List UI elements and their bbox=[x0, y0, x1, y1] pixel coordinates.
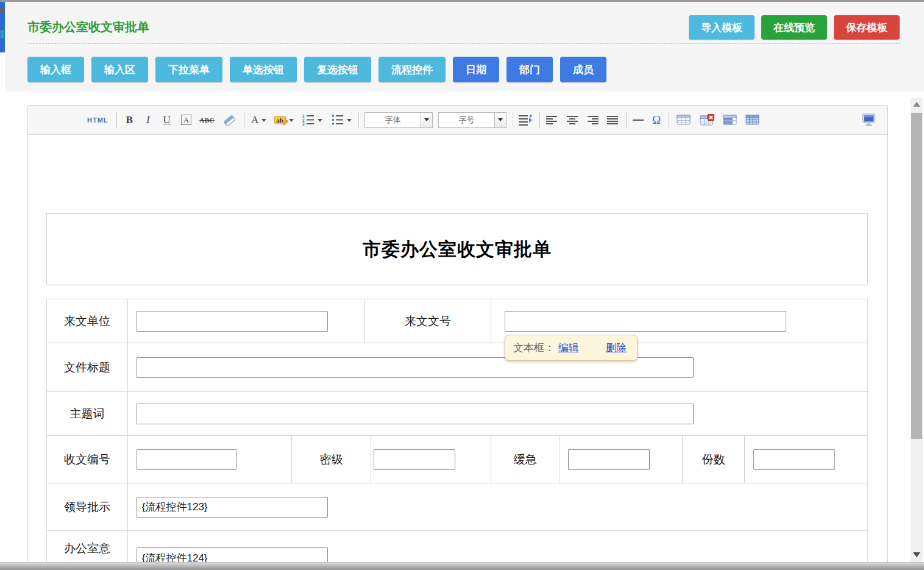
leader-instructions-input[interactable] bbox=[137, 497, 328, 518]
font-color-icon[interactable]: A bbox=[251, 114, 266, 126]
align-right-icon[interactable] bbox=[586, 115, 599, 125]
add-checkbox-button[interactable]: 复选按钮 bbox=[304, 57, 371, 82]
dropdown-caret-icon bbox=[347, 119, 352, 124]
delete-table-icon[interactable] bbox=[700, 114, 714, 126]
dropdown-caret-icon bbox=[318, 119, 322, 124]
table-row: 收文编号 密级 缓急 份数 bbox=[47, 436, 867, 483]
left-edge-mark bbox=[1, 30, 4, 38]
scroll-down-arrow-icon[interactable] bbox=[913, 552, 920, 557]
align-justify-icon[interactable] bbox=[606, 115, 619, 125]
pencil-icon bbox=[282, 119, 289, 126]
urgency-input[interactable] bbox=[568, 449, 650, 470]
highlight-icon[interactable]: ab bbox=[274, 116, 294, 124]
cell-properties-icon[interactable] bbox=[745, 114, 759, 126]
copies-count-input[interactable] bbox=[753, 449, 835, 470]
dropdown-caret-icon bbox=[261, 119, 266, 124]
top-header-band: 市委办公室收文审批单 导入模板 在线预览 保存模板 输入框 输入区 下拉菜单 单… bbox=[5, 2, 924, 91]
dropdown-button[interactable] bbox=[421, 113, 432, 127]
edit-field-link[interactable]: 编辑 bbox=[558, 341, 579, 355]
field-cell bbox=[371, 436, 491, 483]
font-size-select[interactable]: 字号 bbox=[438, 112, 506, 128]
add-input-box-button[interactable]: 输入框 bbox=[27, 57, 84, 82]
add-textarea-button[interactable]: 输入区 bbox=[91, 57, 148, 82]
form-title: 市委办公室收文审批单 bbox=[363, 237, 552, 262]
save-template-button[interactable]: 保存模板 bbox=[834, 15, 900, 40]
incoming-doc-number-input[interactable] bbox=[505, 311, 786, 332]
add-flow-control-button[interactable]: 流程控件 bbox=[378, 57, 446, 82]
add-date-button[interactable]: 日期 bbox=[453, 57, 499, 82]
field-cell bbox=[745, 436, 867, 483]
toolbar-separator bbox=[669, 112, 669, 128]
horizontal-rule-icon[interactable] bbox=[633, 119, 644, 121]
boxed-a-icon[interactable]: A bbox=[181, 115, 191, 125]
italic-icon[interactable]: I bbox=[146, 114, 150, 126]
app-window: 市委办公室收文审批单 导入模板 在线预览 保存模板 输入框 输入区 下拉菜单 单… bbox=[0, 0, 924, 570]
field-label: 密级 bbox=[292, 436, 371, 483]
header-divider bbox=[27, 43, 901, 44]
field-cell bbox=[128, 343, 867, 391]
font-family-select[interactable]: 字体 bbox=[364, 112, 433, 128]
field-cell bbox=[128, 299, 365, 343]
insert-table-icon[interactable] bbox=[677, 114, 691, 126]
field-label: 来文单位 bbox=[47, 299, 128, 343]
editor-toolbar: HTML B I U A ABC A ab bbox=[27, 105, 887, 135]
approval-form-table: 来文单位 来文文号 文件标题 主题词 bbox=[46, 299, 868, 570]
scrollbar-thumb[interactable] bbox=[911, 113, 922, 439]
subject-words-input[interactable] bbox=[137, 404, 694, 424]
field-label: 缓急 bbox=[491, 436, 560, 483]
add-dropdown-button[interactable]: 下拉菜单 bbox=[155, 57, 222, 82]
online-preview-button[interactable]: 在线预览 bbox=[761, 15, 827, 40]
window-left-edge bbox=[0, 2, 5, 52]
add-member-button[interactable]: 成员 bbox=[560, 57, 606, 82]
unordered-list-icon[interactable] bbox=[332, 114, 352, 126]
form-control-buttons: 输入框 输入区 下拉菜单 单选按钮 复选按钮 流程控件 日期 部门 成员 bbox=[27, 57, 606, 82]
tooltip-label: 文本框： bbox=[513, 341, 555, 355]
add-department-button[interactable]: 部门 bbox=[506, 57, 553, 82]
dropdown-button[interactable] bbox=[494, 113, 506, 127]
left-edge-mark bbox=[1, 8, 4, 13]
field-label: 文件标题 bbox=[47, 343, 128, 391]
toolbar-separator bbox=[626, 112, 627, 128]
add-radio-button[interactable]: 单选按钮 bbox=[230, 57, 297, 82]
scroll-up-arrow-icon[interactable] bbox=[913, 102, 920, 107]
toolbar-separator bbox=[358, 112, 359, 128]
field-cell bbox=[128, 483, 867, 530]
underline-icon[interactable]: U bbox=[163, 114, 171, 126]
dropdown-caret-icon bbox=[289, 119, 294, 124]
align-left-icon[interactable] bbox=[546, 115, 558, 125]
window-bottom-edge bbox=[0, 562, 924, 570]
toolbar-separator bbox=[539, 112, 540, 128]
field-cell bbox=[128, 436, 293, 483]
table-row: 主题词 bbox=[47, 392, 867, 436]
field-label: 收文编号 bbox=[47, 436, 128, 483]
field-label: 主题词 bbox=[47, 392, 128, 435]
delete-field-link[interactable]: 删除 bbox=[606, 341, 627, 355]
special-character-icon[interactable]: Ω bbox=[652, 113, 661, 127]
receipt-number-input[interactable] bbox=[137, 449, 236, 470]
field-cell bbox=[560, 436, 683, 483]
table-row: 领导批示 bbox=[47, 483, 867, 531]
table-row: 文件标题 bbox=[47, 343, 867, 392]
svg-text:3: 3 bbox=[302, 122, 305, 126]
page-title: 市委办公室收文审批单 bbox=[27, 19, 149, 35]
align-center-icon[interactable] bbox=[566, 115, 578, 125]
field-label: 来文文号 bbox=[365, 299, 491, 343]
vertical-scrollbar[interactable] bbox=[911, 98, 923, 562]
toolbar-separator bbox=[244, 112, 244, 128]
table-row: 来文单位 来文文号 bbox=[47, 299, 867, 343]
toolbar-separator bbox=[116, 112, 117, 128]
bold-icon[interactable]: B bbox=[126, 114, 133, 126]
eraser-icon[interactable] bbox=[222, 113, 236, 127]
incoming-unit-input[interactable] bbox=[137, 311, 328, 332]
html-source-icon[interactable]: HTML bbox=[87, 116, 108, 124]
ordered-list-icon[interactable]: 1 2 3 bbox=[302, 114, 322, 126]
strikethrough-icon[interactable]: ABC bbox=[199, 116, 215, 124]
field-label: 领导批示 bbox=[47, 483, 128, 530]
security-level-input[interactable] bbox=[374, 449, 455, 470]
fullscreen-icon[interactable] bbox=[861, 113, 876, 126]
table-properties-icon[interactable] bbox=[723, 114, 737, 126]
field-label: 份数 bbox=[683, 436, 745, 483]
import-template-button[interactable]: 导入模板 bbox=[689, 15, 755, 40]
editor-panel: HTML B I U A ABC A ab bbox=[27, 105, 888, 570]
indent-icon[interactable] bbox=[519, 115, 533, 126]
